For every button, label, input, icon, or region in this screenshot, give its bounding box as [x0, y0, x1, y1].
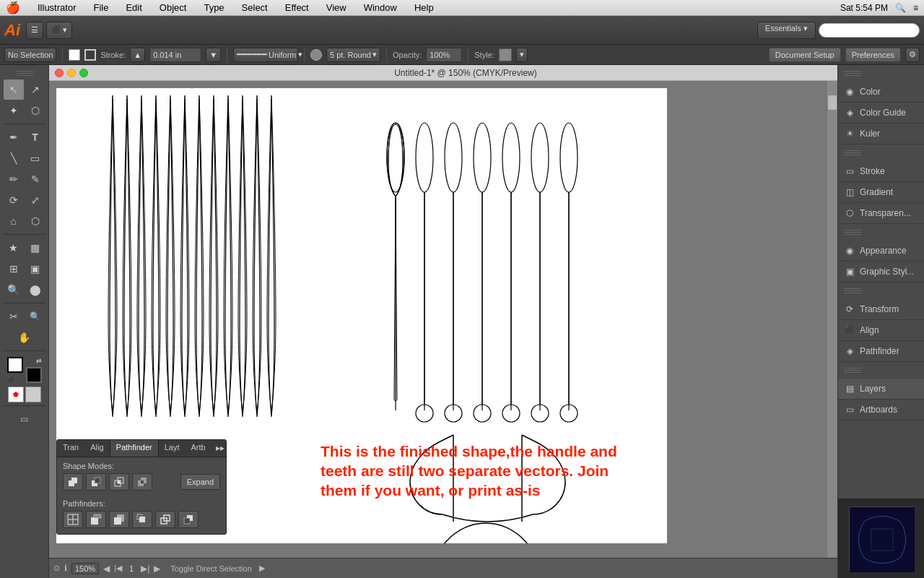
reset-colors-icon[interactable]: ⬛	[7, 376, 14, 383]
eyedropper-tool[interactable]: 🔍	[4, 280, 24, 300]
blend-tool[interactable]: ⬤	[25, 280, 45, 300]
rect-tool[interactable]: ▭	[25, 148, 45, 168]
crop-btn[interactable]	[132, 511, 152, 528]
artboard-mode-btn[interactable]: ▭	[14, 409, 35, 429]
menu-effect[interactable]: Effect	[282, 2, 312, 13]
essentials-btn[interactable]: Essentials ▾	[757, 22, 816, 39]
graph-tool[interactable]: ▦	[25, 238, 45, 258]
window-close-btn[interactable]	[55, 69, 64, 77]
expand-button[interactable]: Expand	[180, 474, 220, 490]
stroke-color[interactable]	[26, 367, 42, 383]
panel-pathfinder[interactable]: ◈ Pathfinder	[838, 341, 924, 362]
fill-color[interactable]	[7, 357, 23, 373]
line-tool[interactable]: ╲	[4, 148, 24, 168]
tab-align[interactable]: Alig	[84, 440, 109, 457]
menubar-controls-icon[interactable]: ≡	[913, 3, 918, 13]
panel-color[interactable]: ◉ Color	[838, 82, 924, 103]
pencil-tool[interactable]: ✎	[25, 169, 45, 189]
scale-tool[interactable]: ⤢	[25, 190, 45, 210]
hand-tool[interactable]: ✋	[14, 327, 35, 348]
menu-select[interactable]: Select	[239, 2, 271, 13]
status-arrow-icon[interactable]: ▶	[259, 564, 265, 573]
menu-object[interactable]: Object	[157, 2, 190, 13]
opacity-input[interactable]	[426, 48, 462, 62]
panel-layers[interactable]: ▤ Layers	[838, 379, 924, 400]
stroke-spinner[interactable]: ▲	[130, 48, 145, 62]
screen-mode-btn[interactable]	[25, 387, 41, 402]
normal-mode-btn[interactable]: ⬟	[8, 387, 24, 402]
tab-more-btn[interactable]: ▸▸	[212, 440, 227, 457]
selection-dropdown[interactable]: No Selection	[4, 48, 56, 62]
preferences-button[interactable]: Preferences	[845, 48, 901, 62]
merge-btn[interactable]	[109, 511, 129, 528]
swap-colors-icon[interactable]: ⇄	[36, 357, 42, 364]
scrollbar-thumb-vertical[interactable]	[828, 95, 837, 110]
window-minimize-btn[interactable]	[67, 69, 76, 77]
panel-transform[interactable]: ⟳ Transform	[838, 299, 924, 320]
intersect-btn[interactable]	[109, 473, 129, 491]
more-options-btn[interactable]: ⚙	[905, 48, 920, 62]
menu-view[interactable]: View	[323, 2, 349, 13]
tab-transform[interactable]: Tran	[57, 440, 84, 457]
menu-edit[interactable]: Edit	[123, 2, 144, 13]
point-dropdown[interactable]: 5 pt. Round ▾	[326, 48, 380, 62]
tab-artboards[interactable]: Artb	[186, 440, 212, 457]
workspace-switcher[interactable]: ⬛▾	[46, 22, 72, 39]
style-dropdown[interactable]: ▾	[516, 48, 528, 62]
stroke-spinner-down[interactable]: ▼	[206, 48, 221, 62]
free-transform-tool[interactable]: ⬡	[25, 211, 45, 231]
menu-type[interactable]: Type	[201, 2, 227, 13]
lasso-tool[interactable]: ⬡	[25, 100, 45, 121]
panel-kuler[interactable]: ☀ Kuler	[838, 124, 924, 144]
search-input[interactable]	[819, 23, 920, 38]
panel-graphic-styles[interactable]: ▣ Graphic Styl...	[838, 262, 924, 282]
pen-tool[interactable]: ✒	[4, 127, 24, 147]
panel-transparency[interactable]: ⬡ Transparen...	[838, 203, 924, 224]
page-first-btn[interactable]: |◀	[114, 564, 122, 573]
page-last-btn[interactable]: ▶|	[141, 564, 149, 574]
panel-stroke[interactable]: ▭ Stroke	[838, 161, 924, 182]
panel-color-guide[interactable]: ◈ Color Guide	[838, 103, 924, 124]
panel-artboards[interactable]: ▭ Artboards	[838, 400, 924, 420]
gradient-tool[interactable]: ▣	[25, 259, 45, 279]
minus-front-btn[interactable]	[86, 473, 106, 491]
menu-help[interactable]: Help	[411, 2, 437, 13]
panel-gradient[interactable]: ◫ Gradient	[838, 182, 924, 203]
warp-tool[interactable]: ⌂	[4, 211, 24, 231]
status-info-icon[interactable]: ℹ	[64, 564, 67, 573]
stroke-style-dropdown[interactable]: ━━━━━━ Uniform ▾	[233, 48, 298, 62]
zoom-tool[interactable]: 🔍	[25, 306, 45, 327]
mesh-tool[interactable]: ⊞	[4, 259, 24, 279]
zoom-display[interactable]: 150%	[71, 563, 99, 574]
menu-illustrator[interactable]: Illustrator	[35, 2, 79, 13]
window-maximize-btn[interactable]	[79, 69, 88, 77]
selection-tool[interactable]: ↖	[4, 79, 24, 100]
app-menu-btn[interactable]: ☰	[26, 22, 43, 39]
type-tool[interactable]: T	[25, 127, 45, 147]
menubar-search-icon[interactable]: 🔍	[895, 3, 906, 13]
rotate-tool[interactable]: ⟳	[4, 190, 24, 210]
panel-align[interactable]: ⬛ Align	[838, 320, 924, 341]
trim-btn[interactable]	[86, 511, 106, 528]
stroke-swatch[interactable]	[84, 49, 96, 61]
page-prev-btn[interactable]: ◀	[103, 564, 110, 574]
status-icon[interactable]: ⊙	[53, 564, 60, 573]
stroke-input[interactable]	[149, 48, 201, 62]
doc-setup-button[interactable]: Document Setup	[769, 48, 841, 62]
tab-pathfinder[interactable]: Pathfinder	[110, 440, 159, 457]
menu-window[interactable]: Window	[361, 2, 400, 13]
scrollbar-vertical[interactable]	[827, 81, 837, 558]
direct-selection-tool[interactable]: ↗	[25, 79, 45, 100]
unite-btn[interactable]	[63, 473, 83, 491]
tab-layers[interactable]: Layt	[159, 440, 186, 457]
panel-appearance[interactable]: ◉ Appearance	[838, 241, 924, 262]
outline-btn[interactable]	[155, 511, 175, 528]
page-next-btn[interactable]: ▶	[154, 564, 160, 574]
divide-btn[interactable]	[63, 511, 83, 528]
minus-back-btn[interactable]	[178, 511, 199, 528]
exclude-btn[interactable]	[132, 473, 152, 491]
magic-wand-tool[interactable]: ✦	[4, 100, 24, 121]
fill-swatch[interactable]	[69, 49, 80, 61]
symbol-tool[interactable]: ★	[4, 238, 24, 258]
scissors-tool[interactable]: ✂	[4, 306, 24, 327]
